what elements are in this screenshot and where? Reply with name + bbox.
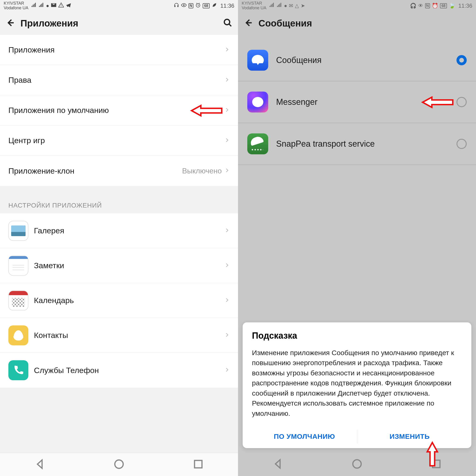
alarm-icon: ⏰ xyxy=(432,3,438,9)
calendar-icon xyxy=(8,290,28,310)
svg-rect-9 xyxy=(433,460,440,468)
carrier-labels: KYIVSTAR Vodafone UA xyxy=(242,1,266,10)
snappea-icon xyxy=(247,133,268,154)
app-option-messenger[interactable]: Messenger xyxy=(238,81,476,123)
chevron-right-icon xyxy=(224,137,230,144)
nav-back-icon[interactable] xyxy=(272,458,283,470)
navbar xyxy=(0,453,238,476)
chevron-right-icon xyxy=(224,168,230,174)
warning-icon: △ xyxy=(295,3,299,9)
messages-icon xyxy=(247,50,268,71)
eye-icon xyxy=(181,2,187,9)
svg-rect-5 xyxy=(195,460,202,468)
nav-home-icon[interactable] xyxy=(113,459,125,471)
signal-icon xyxy=(269,2,275,9)
back-button[interactable] xyxy=(6,18,15,28)
radio-unselected[interactable] xyxy=(457,97,467,107)
chevron-right-icon xyxy=(224,77,230,83)
clock-time: 11:36 xyxy=(220,2,234,9)
contacts-icon xyxy=(8,325,28,345)
mail-icon: ✉ xyxy=(289,3,293,9)
svg-point-8 xyxy=(353,460,361,468)
leaf-icon xyxy=(211,2,217,9)
app-option-messages[interactable]: Сообщения xyxy=(238,39,476,81)
status-bar: KYIVSTAR Vodafone UA ● xyxy=(0,0,238,12)
nfc-icon: N xyxy=(188,3,194,8)
nav-home-icon[interactable] xyxy=(351,458,363,470)
chevron-right-icon xyxy=(224,298,230,304)
chevron-right-icon xyxy=(224,47,230,53)
navbar xyxy=(238,453,476,476)
svg-point-0 xyxy=(183,4,185,6)
headphones-icon: 🎧 xyxy=(410,3,416,9)
app-option-snappea[interactable]: SnapPea transport service xyxy=(238,123,476,165)
battery-icon: 68 xyxy=(203,3,210,8)
messenger-icon xyxy=(247,92,268,113)
row-contacts[interactable]: Контакты xyxy=(0,318,238,353)
chevron-right-icon xyxy=(224,332,230,339)
row-notes[interactable]: Заметки xyxy=(0,248,238,283)
dialog-body: Изменение приложения Сообщения по умолча… xyxy=(252,348,462,419)
header: Сообщения xyxy=(238,12,476,35)
clock-time: 11:36 xyxy=(458,2,472,9)
svg-point-4 xyxy=(115,460,123,468)
alarm-icon xyxy=(195,2,201,9)
default-button[interactable]: ПО УМОЛЧАНИЮ xyxy=(252,425,357,448)
dot-icon: ● xyxy=(284,3,287,9)
row-gallery[interactable]: Галерея xyxy=(0,213,238,248)
dialog: Подсказка Изменение приложения Сообщения… xyxy=(243,322,471,448)
carrier-labels: KYIVSTAR Vodafone UA xyxy=(4,1,28,10)
battery-icon: 68 xyxy=(440,3,447,8)
search-button[interactable] xyxy=(223,18,232,28)
chevron-right-icon xyxy=(224,263,230,269)
notes-icon xyxy=(8,256,28,276)
gallery-icon xyxy=(8,221,28,241)
row-value: Выключено xyxy=(182,167,222,175)
mail-icon xyxy=(51,2,56,9)
phone-icon xyxy=(8,360,28,380)
svg-point-2 xyxy=(224,19,230,25)
nfc-icon: N xyxy=(425,3,430,8)
leaf-icon: 🍃 xyxy=(449,3,455,9)
row-app-clone[interactable]: Приложение-клон Выключено xyxy=(0,156,238,186)
warning-icon xyxy=(58,2,64,9)
section-header: НАСТРОЙКИ ПРИЛОЖЕНИЙ xyxy=(0,193,238,213)
screen-right: KYIVSTAR Vodafone UA ● ✉ △ ➤ 🎧 👁 N ⏰ 68 … xyxy=(238,0,476,476)
row-phone-services[interactable]: Службы Телефон xyxy=(0,353,238,388)
nav-recent-icon[interactable] xyxy=(431,458,442,470)
signal-icon xyxy=(31,2,37,9)
nav-recent-icon[interactable] xyxy=(193,459,204,471)
eye-icon: 👁 xyxy=(418,3,423,9)
dot-icon: ● xyxy=(46,3,49,9)
nav-back-icon[interactable] xyxy=(34,459,45,471)
change-button[interactable]: ИЗМЕНИТЬ xyxy=(357,425,462,448)
row-permissions[interactable]: Права xyxy=(0,65,238,95)
row-calendar[interactable]: Календарь xyxy=(0,283,238,318)
page-title: Сообщения xyxy=(258,18,470,29)
row-game-center[interactable]: Центр игр xyxy=(0,125,238,156)
back-button[interactable] xyxy=(244,18,253,28)
chevron-right-icon xyxy=(224,367,230,373)
row-apps[interactable]: Приложения xyxy=(0,35,238,65)
signal-icon xyxy=(39,2,44,9)
radio-unselected[interactable] xyxy=(457,139,467,149)
page-title: Приложения xyxy=(20,18,218,29)
status-bar: KYIVSTAR Vodafone UA ● ✉ △ ➤ 🎧 👁 N ⏰ 68 … xyxy=(238,0,476,12)
row-default-apps[interactable]: Приложения по умолчанию xyxy=(0,95,238,125)
screen-left: KYIVSTAR Vodafone UA ● xyxy=(0,0,238,476)
chevron-right-icon xyxy=(224,228,230,234)
chevron-right-icon xyxy=(224,107,230,113)
dialog-title: Подсказка xyxy=(252,331,462,341)
headphones-icon xyxy=(174,2,179,9)
signal-icon xyxy=(277,2,282,9)
radio-selected[interactable] xyxy=(457,55,467,65)
header: Приложения xyxy=(0,12,238,35)
telegram-icon xyxy=(66,2,71,9)
telegram-icon: ➤ xyxy=(301,3,305,9)
